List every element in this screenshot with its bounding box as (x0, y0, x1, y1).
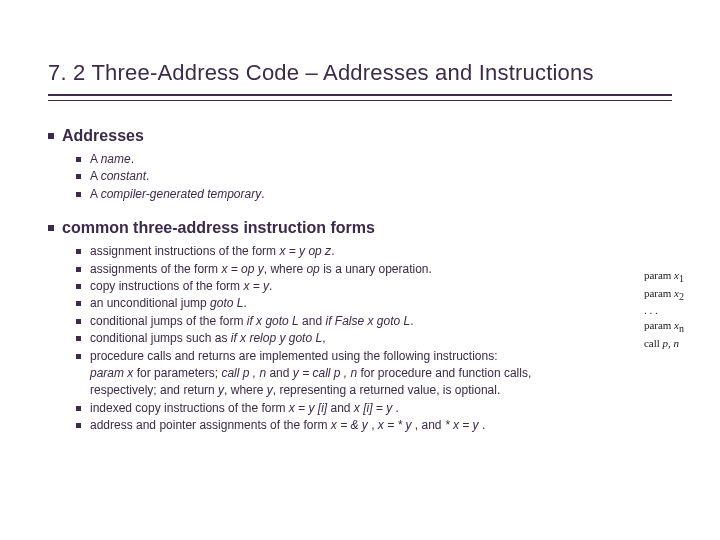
text: . (243, 296, 246, 310)
square-bullet-icon (48, 225, 54, 231)
forms-list: assignment instructions of the form x = … (48, 243, 616, 434)
text: for parameters; (133, 366, 221, 380)
text: goto L (210, 296, 243, 310)
list-item: an unconditional jump goto L. (76, 295, 616, 312)
text: is a unary operation. (320, 262, 432, 276)
list-item: conditional jumps such as if x relop y g… (76, 330, 616, 347)
text: compiler-generated temporary (101, 187, 262, 201)
list-item: procedure calls and returns are implemen… (76, 348, 616, 400)
section-forms: common three-address instruction forms a… (48, 219, 672, 434)
slide: 7. 2 Three-Address Code – Addresses and … (0, 0, 720, 540)
section-head: Addresses (48, 127, 672, 145)
addresses-list: A name. A constant. A compiler-generated… (48, 151, 672, 203)
text: op (306, 262, 319, 276)
text: x = y [i] (289, 401, 327, 415)
text: . . . (644, 304, 658, 316)
text: call p , n (221, 366, 266, 380)
text: , representing a returned value, is opti… (273, 383, 500, 397)
text: . (261, 187, 264, 201)
text: A (90, 169, 101, 183)
text: A (90, 152, 101, 166)
text: assignment instructions of the form (90, 244, 279, 258)
text: 1 (679, 273, 684, 284)
list-item: indexed copy instructions of the form x … (76, 400, 616, 417)
section-head: common three-address instruction forms (48, 219, 672, 237)
list-item: copy instructions of the form x = y. (76, 278, 616, 295)
text: , where (224, 383, 267, 397)
text: 2 (679, 291, 684, 302)
text: x = * y (378, 418, 412, 432)
text: conditional jumps of the form (90, 314, 247, 328)
text: and (299, 314, 326, 328)
text: param x (90, 366, 133, 380)
list-item: A constant. (76, 168, 672, 185)
text: if False x goto L (325, 314, 410, 328)
text: y = call p , n (293, 366, 357, 380)
text: x = & y (331, 418, 368, 432)
text: x = op y (221, 262, 263, 276)
list-item: conditional jumps of the form if x goto … (76, 313, 616, 330)
text: . (269, 279, 272, 293)
list-item: assignments of the form x = op y, where … (76, 261, 616, 278)
text: conditional jumps such as (90, 331, 231, 345)
text: n (674, 337, 680, 349)
text: if x relop y goto L (231, 331, 322, 345)
text: , (322, 331, 325, 345)
square-bullet-icon (48, 133, 54, 139)
text: name (101, 152, 131, 166)
text: indexed copy instructions of the form (90, 401, 289, 415)
text: procedure calls and returns are implemen… (90, 349, 498, 363)
list-item: A name. (76, 151, 672, 168)
title-rule (48, 94, 672, 101)
text: , and (412, 418, 445, 432)
code-snippet: param x1 param x2 . . . param xn call p,… (644, 268, 684, 351)
text: x = y op z (279, 244, 331, 258)
list-item: A compiler-generated temporary. (76, 186, 672, 203)
text: copy instructions of the form (90, 279, 243, 293)
section-addresses: Addresses A name. A constant. A compiler… (48, 127, 672, 203)
text: param (644, 287, 674, 299)
text: * x = y (445, 418, 479, 432)
list-item: address and pointer assignments of the f… (76, 417, 616, 434)
text: an unconditional jump (90, 296, 210, 310)
text: for procedure and function calls, (357, 366, 531, 380)
text: . (131, 152, 134, 166)
page-title: 7. 2 Three-Address Code – Addresses and … (48, 60, 672, 92)
text: . (392, 401, 399, 415)
text: . (146, 169, 149, 183)
text: . (331, 244, 334, 258)
text: param (644, 319, 674, 331)
text: if x goto L (247, 314, 299, 328)
text: . (410, 314, 413, 328)
text: param (644, 269, 674, 281)
text: , where (264, 262, 307, 276)
text: . (479, 418, 486, 432)
list-item: assignment instructions of the form x = … (76, 243, 616, 260)
text: , (368, 418, 378, 432)
text: x [i] = y (354, 401, 392, 415)
text: n (679, 323, 684, 334)
text: and (266, 366, 293, 380)
section-title: common three-address instruction forms (62, 219, 375, 237)
text: respectively; and return (90, 383, 218, 397)
text: assignments of the form (90, 262, 221, 276)
text: constant (101, 169, 146, 183)
text: address and pointer assignments of the f… (90, 418, 331, 432)
text: and (327, 401, 354, 415)
text: call (644, 337, 663, 349)
text: x = y (243, 279, 269, 293)
text: A (90, 187, 101, 201)
section-title: Addresses (62, 127, 144, 145)
